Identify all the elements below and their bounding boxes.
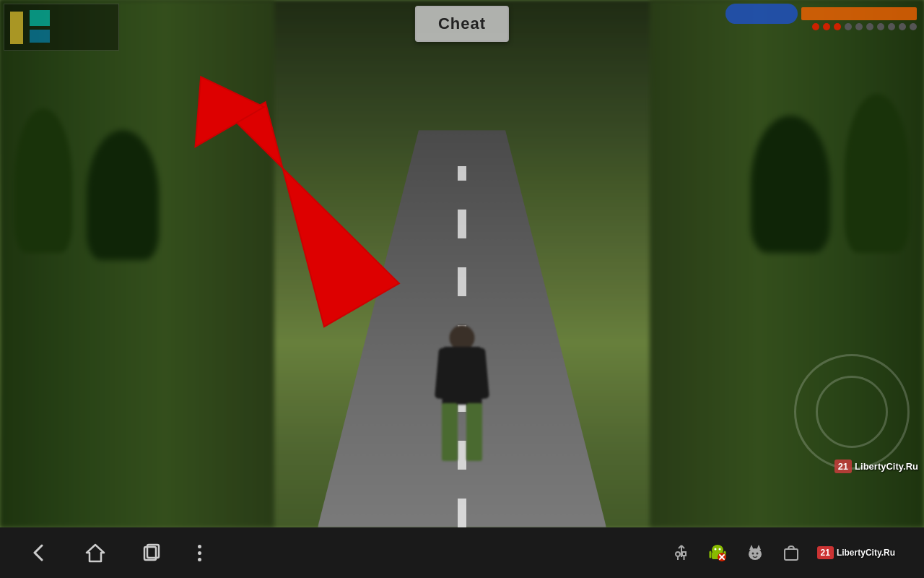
back-button[interactable] <box>29 543 49 563</box>
red-arrow <box>144 43 419 376</box>
cat-symbol <box>745 543 765 563</box>
usb-symbol <box>673 544 690 561</box>
age-rating-badge: 21 <box>834 460 852 473</box>
android-nav-bar: 21 LibertyCity.Ru <box>0 527 924 578</box>
ammo-dots <box>812 23 917 30</box>
svg-rect-26 <box>785 549 798 560</box>
svg-rect-9 <box>682 552 686 556</box>
back-icon <box>29 543 49 563</box>
svg-point-21 <box>749 548 762 560</box>
svg-point-16 <box>714 548 716 551</box>
ammo-dot-2 <box>823 23 830 30</box>
hud-yellow-element <box>10 12 23 44</box>
hud-cyan-top <box>30 10 50 26</box>
ammo-dot-9 <box>899 23 906 30</box>
ammo-dot-10 <box>910 23 917 30</box>
minimap-hud <box>4 4 119 51</box>
character-leg-left <box>442 403 458 461</box>
dot-2 <box>198 551 201 555</box>
nav-right-icons: 21 LibertyCity.Ru <box>673 543 895 563</box>
cheat-button[interactable]: Cheat <box>415 6 509 42</box>
svg-point-24 <box>751 553 754 555</box>
ammo-dot-8 <box>888 23 895 30</box>
tree-right-2 <box>751 116 830 253</box>
ammo-dot-1 <box>812 23 819 30</box>
control-inner-ring[interactable] <box>816 376 888 448</box>
health-bar <box>801 7 917 20</box>
game-character <box>433 325 491 470</box>
site-name: LibertyCity.Ru <box>837 548 895 558</box>
svg-marker-2 <box>87 545 104 561</box>
svg-point-25 <box>756 553 758 555</box>
android-symbol <box>707 543 728 563</box>
blue-hud-pill <box>725 4 798 24</box>
ammo-dot-5 <box>855 23 863 30</box>
game-controls[interactable] <box>780 340 910 470</box>
android-icon <box>707 543 728 563</box>
nav-left-buttons <box>29 543 201 563</box>
dot-3 <box>198 558 201 561</box>
dot-1 <box>198 545 201 548</box>
site-badge-group: 21 LibertyCity.Ru <box>817 546 895 559</box>
recent-apps-icon <box>141 543 162 563</box>
character-leg-right <box>466 403 482 461</box>
home-icon <box>85 543 105 563</box>
hud-cyan-bottom <box>30 30 50 43</box>
recent-apps-button[interactable] <box>141 543 162 563</box>
ammo-dot-6 <box>866 23 873 30</box>
svg-marker-22 <box>749 545 754 550</box>
ammo-dot-7 <box>877 23 884 30</box>
tree-left-1 <box>14 108 72 253</box>
watermark: 21 LibertyCity.Ru <box>834 460 918 473</box>
ammo-dot-4 <box>845 23 852 30</box>
overflow-menu-button[interactable] <box>198 545 201 561</box>
tree-right-1 <box>845 94 910 253</box>
character-body <box>443 347 482 405</box>
svg-point-8 <box>676 552 680 556</box>
shop-icon <box>783 544 800 561</box>
game-screen: Cheat 21 LibertyCity.Ru <box>0 0 924 527</box>
svg-point-17 <box>718 548 720 551</box>
usb-icon <box>673 544 690 561</box>
age-rating: 21 <box>817 546 834 559</box>
site-watermark-text: LibertyCity.Ru <box>855 461 918 472</box>
ammo-dot-3 <box>834 23 841 30</box>
shopping-bag-symbol <box>783 544 800 561</box>
svg-marker-23 <box>757 545 761 550</box>
cat-icon <box>745 543 765 563</box>
home-button[interactable] <box>85 543 105 563</box>
